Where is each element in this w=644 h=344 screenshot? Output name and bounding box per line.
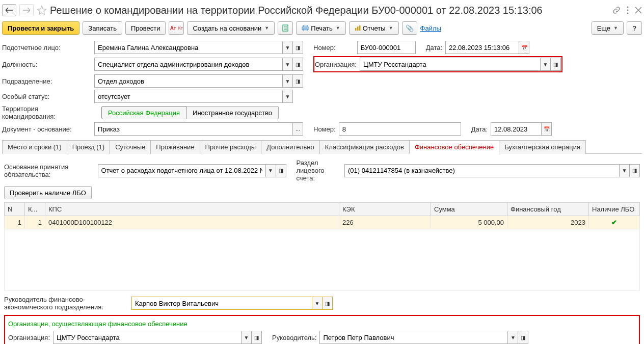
- open-icon[interactable]: ◨: [551, 58, 561, 71]
- tab-finance[interactable]: Финансовое обеспечение: [409, 140, 499, 154]
- doc-date-label: Дата:: [471, 125, 488, 133]
- doc-number-label: Номер:: [313, 125, 336, 133]
- position-input[interactable]: [94, 58, 283, 71]
- tab-lodging[interactable]: Проживание: [150, 140, 200, 154]
- fin-org-input[interactable]: [53, 331, 242, 344]
- ellipsis-icon[interactable]: ...: [293, 122, 303, 136]
- dropdown-icon[interactable]: ▼: [620, 164, 630, 177]
- tab-additional[interactable]: Дополнительно: [261, 140, 320, 154]
- territory-rf-button[interactable]: Российская Федерация: [101, 106, 186, 119]
- th-year[interactable]: Финансовый год: [507, 203, 589, 216]
- tab-travel[interactable]: Проезд (1): [67, 140, 111, 154]
- files-link[interactable]: Файлы: [420, 24, 441, 32]
- more-button[interactable]: Еще▼: [592, 21, 624, 35]
- doc-base-input[interactable]: [94, 122, 293, 136]
- person-label: Подотчетное лицо:: [2, 44, 91, 51]
- fin-head-label: Руководитель:: [272, 334, 316, 341]
- tab-accounting[interactable]: Бухгалтерская операция: [499, 140, 586, 154]
- doc-number-input[interactable]: [339, 122, 461, 136]
- basis-label: Основание принятия обязательства:: [4, 163, 95, 178]
- fin-org-label: Организация:: [8, 334, 50, 341]
- org-label: Организация:: [315, 61, 357, 68]
- head-label: Руководитель финансово-экономического по…: [4, 296, 121, 311]
- help-button[interactable]: ?: [627, 21, 642, 35]
- number-input[interactable]: [357, 41, 416, 54]
- fin-head-input[interactable]: [319, 331, 508, 344]
- dropdown-icon[interactable]: ▼: [541, 58, 551, 71]
- org-input[interactable]: [360, 58, 541, 71]
- check-icon: ✔: [611, 219, 617, 226]
- dept-label: Подразделение:: [2, 77, 91, 85]
- tab-classification[interactable]: Классификация расходов: [319, 140, 410, 154]
- table-row[interactable]: 1 1 0401000D100100122 226 5 000,00 2023 …: [5, 216, 640, 229]
- page-title: Решение о командировании на территории Р…: [50, 5, 609, 16]
- dropdown-icon[interactable]: ▼: [283, 58, 293, 71]
- th-kps[interactable]: КПС: [45, 203, 339, 216]
- link-icon[interactable]: [612, 6, 621, 14]
- debit-credit-icon[interactable]: АтКт: [169, 21, 184, 35]
- dropdown-icon[interactable]: ▼: [312, 297, 323, 310]
- th-kek[interactable]: КЭК: [339, 203, 431, 216]
- head-input[interactable]: [131, 297, 312, 310]
- person-input[interactable]: [94, 41, 283, 54]
- kebab-icon[interactable]: [627, 6, 629, 14]
- date-input[interactable]: [445, 41, 519, 54]
- section-input[interactable]: [344, 164, 620, 177]
- svg-rect-7: [303, 25, 307, 27]
- print-button[interactable]: Печать▼: [296, 21, 346, 35]
- status-input[interactable]: [94, 90, 283, 103]
- reports-button[interactable]: Отчеты▼: [349, 21, 399, 35]
- open-icon[interactable]: ◨: [252, 331, 262, 344]
- dropdown-icon[interactable]: ▼: [283, 74, 293, 88]
- th-n[interactable]: N: [5, 203, 25, 216]
- tab-daily[interactable]: Суточные: [110, 140, 151, 154]
- th-lbo[interactable]: Наличие ЛБО: [589, 203, 640, 216]
- finance-table: N К... КПС КЭК Сумма Финансовый год Нали…: [4, 202, 640, 290]
- nav-back[interactable]: [2, 4, 16, 16]
- save-button[interactable]: Записать: [83, 21, 122, 35]
- open-icon[interactable]: ◨: [276, 164, 286, 177]
- document-icon[interactable]: [278, 21, 293, 35]
- basis-input[interactable]: [98, 164, 266, 177]
- create-based-button[interactable]: Создать на основании▼: [187, 21, 275, 35]
- check-lbo-button[interactable]: Проверить наличие ЛБО: [4, 186, 92, 199]
- doc-date-input[interactable]: [491, 122, 542, 136]
- calendar-icon[interactable]: 📅: [542, 122, 552, 136]
- dropdown-icon[interactable]: ▼: [283, 41, 293, 54]
- dept-input[interactable]: [94, 74, 283, 88]
- open-icon[interactable]: ◨: [323, 297, 333, 310]
- post-and-close-button[interactable]: Провести и закрыть: [2, 21, 79, 35]
- territory-foreign-button[interactable]: Иностранное государство: [186, 106, 279, 119]
- doc-base-label: Документ - основание:: [2, 125, 91, 133]
- open-icon[interactable]: ◨: [630, 164, 640, 177]
- svg-point-0: [627, 7, 629, 8]
- tab-place-dates[interactable]: Место и сроки (1): [2, 140, 67, 154]
- th-k[interactable]: К...: [25, 203, 45, 216]
- close-icon[interactable]: [635, 7, 642, 14]
- status-label: Особый статус:: [2, 93, 91, 100]
- open-icon[interactable]: ◨: [518, 331, 528, 344]
- favorite-star-icon[interactable]: [37, 5, 47, 15]
- position-label: Должность:: [2, 61, 91, 68]
- svg-rect-10: [355, 28, 357, 31]
- calendar-icon[interactable]: 📅: [519, 41, 529, 54]
- attach-icon[interactable]: 📎: [402, 21, 417, 35]
- fin-org-title: Организация, осуществляющая финансовое о…: [8, 318, 636, 330]
- open-icon[interactable]: ◨: [293, 58, 303, 71]
- open-icon[interactable]: ◨: [293, 74, 303, 88]
- post-button[interactable]: Провести: [125, 21, 166, 35]
- dropdown-icon[interactable]: ▼: [508, 331, 518, 344]
- open-icon[interactable]: ◨: [293, 41, 303, 54]
- number-label: Номер:: [313, 44, 336, 51]
- svg-point-2: [627, 13, 629, 14]
- nav-forward[interactable]: [19, 4, 34, 16]
- dropdown-icon[interactable]: ▼: [283, 90, 293, 103]
- section-label: Раздел лицевого счета:: [297, 159, 341, 182]
- dropdown-icon[interactable]: ▼: [242, 331, 252, 344]
- svg-rect-11: [357, 27, 359, 31]
- dropdown-icon[interactable]: ▼: [266, 164, 276, 177]
- tab-other[interactable]: Прочие расходы: [200, 140, 262, 154]
- date-label: Дата:: [426, 44, 442, 51]
- svg-rect-12: [359, 25, 361, 31]
- th-sum[interactable]: Сумма: [431, 203, 507, 216]
